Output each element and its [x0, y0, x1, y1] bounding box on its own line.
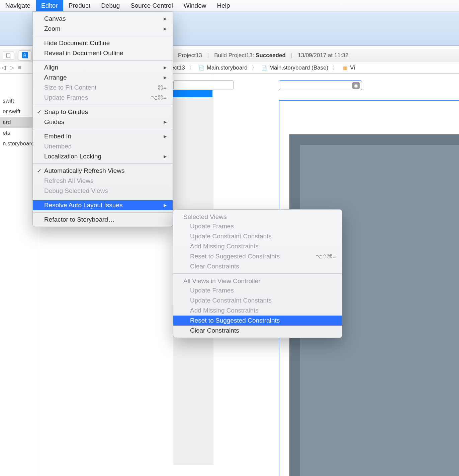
menu-item-snap-to-guides[interactable]: Snap to Guides: [33, 107, 173, 117]
menu-product[interactable]: Product: [63, 0, 96, 11]
menu-item-refresh-all-views: Refresh All Views: [33, 176, 173, 186]
menu-separator: [173, 273, 342, 274]
submenu-item-update-frames: Update Frames: [173, 221, 342, 231]
shortcut-label: ⌥⌘=: [151, 94, 167, 101]
back-icon[interactable]: ◁: [1, 64, 6, 71]
status-divider: |: [291, 52, 292, 59]
menu-help[interactable]: Help: [211, 0, 235, 11]
submenu-section-header: All Views in View Controller: [173, 276, 342, 285]
scene-icon: ▦: [342, 65, 348, 71]
menu-item-guides[interactable]: Guides: [33, 117, 173, 127]
menubar: Navigate Editor Product Debug Source Con…: [0, 0, 459, 11]
menu-item-localization-locking[interactable]: Localization Locking: [33, 151, 173, 161]
resolve-auto-layout-submenu: Selected ViewsUpdate FramesUpdate Constr…: [173, 209, 342, 338]
storyboard-file-icon: 📄: [199, 65, 205, 71]
menu-source-control[interactable]: Source Control: [125, 0, 178, 11]
submenu-item-update-constraint-constants: Update Constraint Constants: [173, 295, 342, 306]
menu-item-align[interactable]: Align: [33, 63, 173, 73]
editor-dropdown: CanvasZoomHide Document OutlineReveal in…: [32, 11, 173, 227]
list-icon[interactable]: ≡: [18, 64, 21, 71]
chevron-right-icon: 〉: [250, 64, 259, 72]
build-status: Project13 | Build Project13: Succeeded |…: [172, 50, 355, 61]
menu-separator: [33, 129, 173, 129]
menu-item-automatically-refresh-views[interactable]: Automatically Refresh Views: [33, 166, 173, 176]
menu-separator: [33, 163, 173, 164]
chevron-right-icon: 〉: [187, 64, 197, 72]
menu-item-size-to-fit-content: Size to Fit Content⌘=: [33, 83, 173, 93]
scene-label-field[interactable]: ◉: [279, 80, 362, 90]
submenu-item-update-frames: Update Frames: [173, 285, 342, 295]
status-divider: |: [207, 52, 209, 59]
shortcut-label: ⌘=: [158, 84, 167, 91]
crumb-storyboard[interactable]: 📄 Main.storyboard: [197, 65, 250, 71]
menu-item-refactor-to-storyboard[interactable]: Refactor to Storyboard…: [33, 215, 173, 225]
crumb-scene[interactable]: ▦ Vi: [340, 65, 357, 71]
menu-item-debug-selected-views: Debug Selected Views: [33, 186, 173, 196]
status-action: Build Project13: Succeeded: [214, 52, 286, 59]
menu-item-unembed: Unembed: [33, 141, 173, 151]
menu-item-canvas[interactable]: Canvas: [33, 14, 173, 24]
menu-separator: [33, 212, 173, 213]
submenu-item-reset-to-suggested-constraints[interactable]: Reset to Suggested Constraints: [173, 316, 342, 326]
submenu-item-add-missing-constraints: Add Missing Constraints: [173, 241, 342, 251]
menu-item-update-frames: Update Frames⌥⌘=: [33, 93, 173, 103]
scene-badge-icon: ◉: [352, 82, 360, 89]
shortcut-label: ⌥⇧⌘=: [315, 253, 336, 260]
menu-item-resolve-auto-layout-issues[interactable]: Resolve Auto Layout Issues: [33, 200, 173, 210]
menu-item-zoom[interactable]: Zoom: [33, 24, 173, 34]
menu-item-hide-document-outline[interactable]: Hide Document Outline: [33, 38, 173, 48]
menu-debug[interactable]: Debug: [96, 0, 125, 11]
menu-separator: [33, 198, 173, 198]
crumb-storyboard-base[interactable]: 📄 Main.storyboard (Base): [259, 65, 331, 71]
toolbar-button-left[interactable]: [3, 51, 14, 60]
menu-window[interactable]: Window: [178, 0, 212, 11]
menu-editor[interactable]: Editor: [36, 0, 63, 11]
status-project: Project13: [178, 52, 202, 59]
menu-navigate[interactable]: Navigate: [0, 0, 36, 11]
storyboard-file-icon: 📄: [261, 65, 267, 71]
status-time: 13/09/2017 at 11:32: [298, 52, 348, 59]
submenu-item-update-constraint-constants: Update Constraint Constants: [173, 231, 342, 241]
menu-item-embed-in[interactable]: Embed In: [33, 131, 173, 141]
menu-item-reveal-in-document-outline[interactable]: Reveal in Document Outline: [33, 48, 173, 58]
menu-item-arrange[interactable]: Arrange: [33, 73, 173, 83]
forward-icon[interactable]: ▷: [10, 64, 14, 71]
menu-separator: [33, 36, 173, 36]
submenu-item-clear-constraints: Clear Constraints: [173, 261, 342, 271]
submenu-item-clear-constraints[interactable]: Clear Constraints: [173, 326, 342, 336]
submenu-item-add-missing-constraints: Add Missing Constraints: [173, 306, 342, 316]
submenu-item-reset-to-suggested-constraints: Reset to Suggested Constraints⌥⇧⌘=: [173, 251, 342, 261]
chevron-right-icon: 〉: [330, 64, 340, 72]
nav-arrows: ◁ ▷ ≡: [1, 64, 21, 71]
submenu-section-header: Selected Views: [173, 212, 342, 221]
square-icon: [6, 53, 10, 57]
toolbar-project-button[interactable]: 🅰: [18, 50, 31, 61]
xcode-app-icon: 🅰: [22, 52, 28, 59]
menu-separator: [33, 105, 173, 105]
menu-separator: [33, 60, 173, 61]
outline-row[interactable]: [173, 80, 234, 90]
